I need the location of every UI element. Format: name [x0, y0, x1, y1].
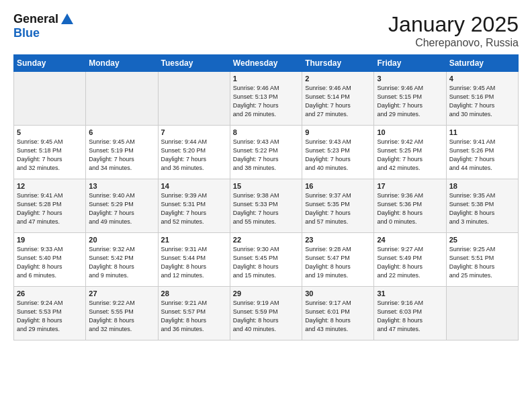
- day-info: Sunrise: 9:27 AM Sunset: 5:49 PM Dayligh…: [377, 245, 443, 280]
- table-row: 22Sunrise: 9:30 AM Sunset: 5:45 PM Dayli…: [230, 233, 302, 287]
- table-row: 5Sunrise: 9:45 AM Sunset: 5:18 PM Daylig…: [14, 126, 86, 179]
- day-info: Sunrise: 9:17 AM Sunset: 6:01 PM Dayligh…: [305, 299, 371, 334]
- table-row: 6Sunrise: 9:45 AM Sunset: 5:19 PM Daylig…: [86, 126, 158, 179]
- day-number: 31: [377, 289, 443, 298]
- day-info: Sunrise: 9:28 AM Sunset: 5:47 PM Dayligh…: [305, 245, 371, 280]
- day-info: Sunrise: 9:25 AM Sunset: 5:51 PM Dayligh…: [449, 245, 515, 280]
- day-info: Sunrise: 9:36 AM Sunset: 5:36 PM Dayligh…: [377, 191, 443, 226]
- day-info: Sunrise: 9:16 AM Sunset: 6:03 PM Dayligh…: [377, 299, 443, 334]
- day-number: 4: [449, 75, 515, 83]
- day-info: Sunrise: 9:19 AM Sunset: 5:59 PM Dayligh…: [233, 299, 299, 334]
- week-row-0: 1Sunrise: 9:46 AM Sunset: 5:13 PM Daylig…: [14, 72, 519, 126]
- day-number: 25: [449, 236, 515, 244]
- day-info: Sunrise: 9:37 AM Sunset: 5:35 PM Dayligh…: [305, 191, 371, 226]
- week-row-2: 12Sunrise: 9:41 AM Sunset: 5:28 PM Dayli…: [14, 179, 519, 233]
- table-row: 12Sunrise: 9:41 AM Sunset: 5:28 PM Dayli…: [14, 179, 86, 233]
- col-saturday: Saturday: [446, 55, 518, 72]
- title-block: January 2025 Cherepanovo, Russia: [388, 12, 519, 49]
- week-row-1: 5Sunrise: 9:45 AM Sunset: 5:18 PM Daylig…: [14, 126, 519, 179]
- day-number: 11: [449, 128, 515, 136]
- table-row: [14, 72, 86, 126]
- day-info: Sunrise: 9:21 AM Sunset: 5:57 PM Dayligh…: [161, 299, 227, 334]
- day-number: 10: [377, 128, 443, 136]
- day-info: Sunrise: 9:39 AM Sunset: 5:31 PM Dayligh…: [161, 191, 227, 226]
- table-row: 26Sunrise: 9:24 AM Sunset: 5:53 PM Dayli…: [14, 287, 86, 340]
- day-number: 22: [233, 236, 299, 244]
- day-number: 26: [17, 289, 83, 298]
- day-info: Sunrise: 9:41 AM Sunset: 5:26 PM Dayligh…: [449, 138, 515, 173]
- day-info: Sunrise: 9:43 AM Sunset: 5:23 PM Dayligh…: [305, 138, 371, 173]
- day-info: Sunrise: 9:45 AM Sunset: 5:16 PM Dayligh…: [449, 84, 515, 119]
- day-number: 18: [449, 182, 515, 190]
- week-row-3: 19Sunrise: 9:33 AM Sunset: 5:40 PM Dayli…: [14, 233, 519, 287]
- day-number: 12: [17, 182, 83, 190]
- table-row: 18Sunrise: 9:35 AM Sunset: 5:38 PM Dayli…: [446, 179, 518, 233]
- day-number: 27: [89, 289, 154, 298]
- table-row: 21Sunrise: 9:31 AM Sunset: 5:44 PM Dayli…: [158, 233, 230, 287]
- table-row: 20Sunrise: 9:32 AM Sunset: 5:42 PM Dayli…: [86, 233, 158, 287]
- day-info: Sunrise: 9:31 AM Sunset: 5:44 PM Dayligh…: [161, 245, 227, 280]
- table-row: [158, 72, 230, 126]
- day-info: Sunrise: 9:45 AM Sunset: 5:19 PM Dayligh…: [89, 138, 154, 173]
- table-row: 27Sunrise: 9:22 AM Sunset: 5:55 PM Dayli…: [86, 287, 158, 340]
- table-row: [86, 72, 158, 126]
- col-wednesday: Wednesday: [230, 55, 302, 72]
- table-row: 8Sunrise: 9:43 AM Sunset: 5:22 PM Daylig…: [230, 126, 302, 179]
- day-number: 23: [305, 236, 371, 244]
- day-info: Sunrise: 9:24 AM Sunset: 5:53 PM Dayligh…: [17, 299, 83, 334]
- table-row: 14Sunrise: 9:39 AM Sunset: 5:31 PM Dayli…: [158, 179, 230, 233]
- day-info: Sunrise: 9:46 AM Sunset: 5:13 PM Dayligh…: [233, 84, 299, 119]
- col-friday: Friday: [374, 55, 446, 72]
- day-number: 1: [233, 75, 299, 83]
- table-row: 11Sunrise: 9:41 AM Sunset: 5:26 PM Dayli…: [446, 126, 518, 179]
- day-number: 7: [161, 128, 227, 136]
- day-number: 29: [233, 289, 299, 298]
- day-info: Sunrise: 9:42 AM Sunset: 5:25 PM Dayligh…: [377, 138, 443, 173]
- day-info: Sunrise: 9:45 AM Sunset: 5:18 PM Dayligh…: [17, 138, 83, 173]
- col-sunday: Sunday: [14, 55, 86, 72]
- table-row: 28Sunrise: 9:21 AM Sunset: 5:57 PM Dayli…: [158, 287, 230, 340]
- table-row: 9Sunrise: 9:43 AM Sunset: 5:23 PM Daylig…: [302, 126, 374, 179]
- col-thursday: Thursday: [302, 55, 374, 72]
- day-info: Sunrise: 9:22 AM Sunset: 5:55 PM Dayligh…: [89, 299, 154, 334]
- col-tuesday: Tuesday: [158, 55, 230, 72]
- day-number: 5: [17, 128, 83, 136]
- day-number: 9: [305, 128, 371, 136]
- table-row: 17Sunrise: 9:36 AM Sunset: 5:36 PM Dayli…: [374, 179, 446, 233]
- day-info: Sunrise: 9:38 AM Sunset: 5:33 PM Dayligh…: [233, 191, 299, 226]
- day-number: 2: [305, 75, 371, 83]
- page: General Blue January 2025 Cherepanovo, R…: [0, 0, 532, 411]
- day-info: Sunrise: 9:35 AM Sunset: 5:38 PM Dayligh…: [449, 191, 515, 226]
- table-row: [446, 287, 518, 340]
- day-number: 19: [17, 236, 83, 244]
- table-row: 3Sunrise: 9:46 AM Sunset: 5:15 PM Daylig…: [374, 72, 446, 126]
- header: General Blue January 2025 Cherepanovo, R…: [13, 12, 519, 49]
- day-number: 21: [161, 236, 227, 244]
- day-info: Sunrise: 9:30 AM Sunset: 5:45 PM Dayligh…: [233, 245, 299, 280]
- day-number: 30: [305, 289, 371, 298]
- table-row: 2Sunrise: 9:46 AM Sunset: 5:14 PM Daylig…: [302, 72, 374, 126]
- logo-line2: Blue: [13, 27, 75, 40]
- table-row: 31Sunrise: 9:16 AM Sunset: 6:03 PM Dayli…: [374, 287, 446, 340]
- table-row: 24Sunrise: 9:27 AM Sunset: 5:49 PM Dayli…: [374, 233, 446, 287]
- day-number: 8: [233, 128, 299, 136]
- day-info: Sunrise: 9:33 AM Sunset: 5:40 PM Dayligh…: [17, 245, 83, 280]
- day-info: Sunrise: 9:44 AM Sunset: 5:20 PM Dayligh…: [161, 138, 227, 173]
- table-row: 25Sunrise: 9:25 AM Sunset: 5:51 PM Dayli…: [446, 233, 518, 287]
- calendar-header-row: Sunday Monday Tuesday Wednesday Thursday…: [14, 55, 519, 72]
- day-number: 20: [89, 236, 154, 244]
- day-number: 3: [377, 75, 443, 83]
- logo-icon: [60, 12, 75, 27]
- calendar-title: January 2025: [388, 12, 519, 37]
- col-monday: Monday: [86, 55, 158, 72]
- logo-text: General: [13, 13, 58, 26]
- table-row: 29Sunrise: 9:19 AM Sunset: 5:59 PM Dayli…: [230, 287, 302, 340]
- day-number: 28: [161, 289, 227, 298]
- day-info: Sunrise: 9:46 AM Sunset: 5:15 PM Dayligh…: [377, 84, 443, 119]
- table-row: 13Sunrise: 9:40 AM Sunset: 5:29 PM Dayli…: [86, 179, 158, 233]
- table-row: 30Sunrise: 9:17 AM Sunset: 6:01 PM Dayli…: [302, 287, 374, 340]
- calendar-table: Sunday Monday Tuesday Wednesday Thursday…: [13, 54, 519, 340]
- table-row: 4Sunrise: 9:45 AM Sunset: 5:16 PM Daylig…: [446, 72, 518, 126]
- day-number: 24: [377, 236, 443, 244]
- day-number: 15: [233, 182, 299, 190]
